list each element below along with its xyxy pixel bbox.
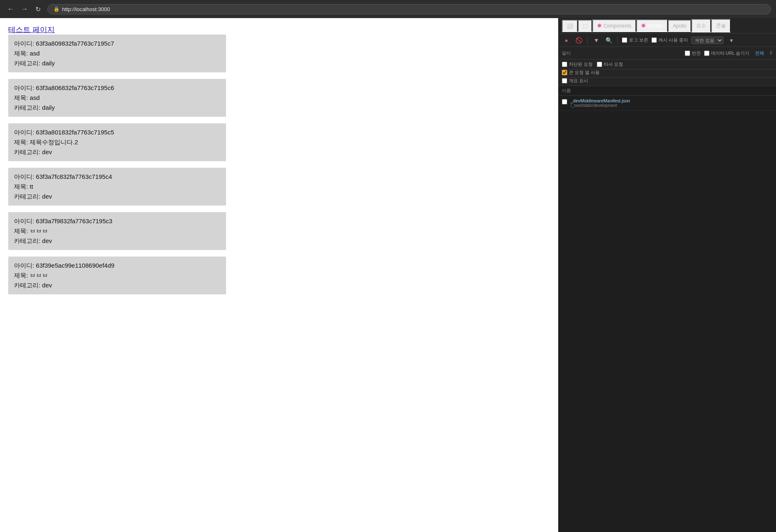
log-preserve-checkbox[interactable]	[622, 37, 627, 43]
devtools-panel: ⬜ ⬚ ❋ Components ❋ Profiler Apollo 요소 콘솔	[558, 18, 776, 532]
filter-label-text: 필터	[562, 50, 571, 56]
post-category: 카테고리: dev	[14, 147, 220, 157]
toolbar-divider-2	[617, 37, 618, 44]
invert-checkbox[interactable]	[685, 51, 690, 56]
large-rows-checkbox[interactable]	[562, 70, 567, 75]
tab-profiler[interactable]: ❋ Profiler	[636, 19, 668, 32]
toolbar-divider-1	[587, 37, 588, 44]
post-category: 카테고리: dev	[14, 192, 220, 201]
devtools-filter-row: 필터 반전 데이터 URL 숨기기 전체 F	[559, 47, 776, 60]
large-rows-text: 큰 요청 열 사용	[569, 69, 600, 76]
post-title: 제목: tt	[14, 182, 220, 192]
reload-button[interactable]: ↻	[33, 5, 43, 14]
tab-components[interactable]: ❋ Components	[592, 19, 636, 32]
overview-label[interactable]: 개요 표시	[562, 78, 588, 84]
third-party-label[interactable]: 타사 요청	[597, 61, 623, 67]
record-button[interactable]: ●	[562, 36, 571, 45]
network-item-filename: _devMiddlewareManifest.json	[570, 98, 773, 103]
overview-checkbox[interactable]	[562, 78, 567, 83]
devtools-tab-bar: ⬜ ⬚ ❋ Components ❋ Profiler Apollo 요소 콘솔	[559, 18, 776, 34]
post-id: 아이디: 63f3a7fc832fa7763c7195c4	[14, 172, 220, 182]
post-category: 카테고리: dev	[14, 236, 220, 246]
post-title: 제목: asd	[14, 49, 220, 58]
hide-data-url-checkbox[interactable]	[704, 51, 709, 56]
throttle-select[interactable]: 제한 없음	[691, 37, 723, 44]
post-card: 아이디: 63f3a7fc832fa7763c7195c4 제목: tt 카테고…	[8, 168, 226, 206]
post-id: 아이디: 63f3a806832fa7763c7195c6	[14, 83, 220, 93]
post-id: 아이디: 63f3a7f9832fa7763c7195c3	[14, 216, 220, 226]
name-header-text: 이름	[562, 88, 571, 94]
tab-components-label: Components	[603, 23, 631, 29]
devtools-options-row-3: 개요 표시	[559, 78, 776, 86]
components-icon: ❋	[597, 23, 602, 29]
network-item[interactable]: _devMiddlewareManifest.json /_next/stati…	[559, 96, 776, 111]
cache-disable-label[interactable]: 캐시 사용 중지	[651, 37, 688, 43]
third-party-text: 타사 요청	[604, 61, 623, 67]
post-title: 제목: ㅂㅂㅂ	[14, 271, 220, 280]
third-party-checkbox[interactable]	[597, 62, 602, 67]
post-card: 아이디: 63f3a801832fa7763c7195c5 제목: 제목수정입니…	[8, 123, 226, 161]
stop-button[interactable]: 🚫	[574, 36, 583, 45]
devtools-options-row-2: 큰 요청 열 사용	[559, 69, 776, 78]
tab-cursor[interactable]: ⬜	[562, 20, 578, 32]
page-title-link[interactable]: 테스트 페이지	[8, 25, 55, 34]
main-layout: 테스트 페이지 아이디: 63f3a809832fa7763c7195c7 제목…	[0, 18, 776, 532]
post-category: 카테고리: dev	[14, 280, 220, 290]
more-options-button[interactable]: ▾	[727, 36, 736, 45]
post-id: 아이디: 63f3a809832fa7763c7195c7	[14, 39, 220, 49]
posts-container: 아이디: 63f3a809832fa7763c7195c7 제목: asd 카테…	[8, 35, 550, 294]
forward-button[interactable]: →	[19, 5, 30, 14]
tab-profiler-label: Profiler	[647, 23, 663, 29]
post-id: 아이디: 63f3a801832fa7763c7195c5	[14, 127, 220, 137]
page-content: 테스트 페이지 아이디: 63f3a809832fa7763c7195c7 제목…	[0, 18, 558, 532]
post-card: 아이디: 63f3a806832fa7763c7195c6 제목: asd 카테…	[8, 79, 226, 117]
network-item-name: _devMiddlewareManifest.json /_next/stati…	[570, 98, 773, 108]
post-card: 아이디: 63f3a809832fa7763c7195c7 제목: asd 카테…	[8, 35, 226, 72]
address-bar[interactable]: 🔒 http://localhost:3000	[47, 4, 771, 14]
filter-all-button[interactable]: 전체	[753, 49, 767, 58]
back-button[interactable]: ←	[5, 5, 16, 14]
filter-fetch-text: F	[770, 51, 773, 56]
devtools-options-row: 차단된 요청 타사 요청	[559, 60, 776, 69]
post-title: 제목: 제목수정입니다.2	[14, 137, 220, 147]
network-item-filepath: /_next/static/development	[570, 103, 773, 108]
blocked-requests-checkbox[interactable]	[562, 62, 567, 67]
search-button[interactable]: 🔍	[604, 36, 613, 45]
filter-button[interactable]: ▼	[592, 36, 601, 45]
invert-text: 반전	[692, 50, 701, 56]
post-id: 아이디: 63f39e5ac99e1108690ef4d9	[14, 261, 220, 271]
blocked-requests-text: 차단된 요청	[569, 61, 593, 67]
tab-elements[interactable]: 요소	[691, 19, 711, 32]
nav-buttons: ← → ↻	[5, 5, 43, 14]
profiler-icon: ❋	[641, 23, 646, 29]
browser-chrome: ← → ↻ 🔒 http://localhost:3000	[0, 0, 776, 18]
log-preserve-text: 로그 보존	[629, 37, 648, 43]
network-list: _devMiddlewareManifest.json /_next/stati…	[559, 96, 776, 532]
hide-data-url-label[interactable]: 데이터 URL 숨기기	[704, 50, 750, 56]
log-preserve-label[interactable]: 로그 보존	[622, 37, 648, 43]
cursor-icon: ⬜	[567, 23, 573, 29]
tab-apollo[interactable]: Apollo	[668, 20, 691, 32]
lock-icon: 🔒	[53, 6, 60, 12]
tab-console-label: 콘솔	[716, 22, 726, 29]
blocked-requests-label[interactable]: 차단된 요청	[562, 61, 593, 67]
tab-apollo-label: Apollo	[673, 23, 686, 29]
overview-text: 개요 표시	[569, 78, 588, 84]
network-item-checkbox[interactable]	[562, 99, 567, 104]
post-title: 제목: ㅂㅂㅂ	[14, 226, 220, 236]
tab-elements-label: 요소	[696, 22, 706, 29]
invert-label[interactable]: 반전	[685, 50, 701, 56]
large-rows-label[interactable]: 큰 요청 열 사용	[562, 69, 600, 76]
post-card: 아이디: 63f39e5ac99e1108690ef4d9 제목: ㅂㅂㅂ 카테…	[8, 257, 226, 294]
cache-disable-text: 캐시 사용 중지	[658, 37, 688, 43]
post-card: 아이디: 63f3a7f9832fa7763c7195c3 제목: ㅂㅂㅂ 카테…	[8, 212, 226, 250]
layout-icon: ⬚	[583, 23, 587, 29]
post-category: 카테고리: daily	[14, 103, 220, 113]
cache-disable-checkbox[interactable]	[651, 37, 657, 43]
url-text: http://localhost:3000	[62, 6, 110, 12]
hide-data-url-text: 데이터 URL 숨기기	[711, 50, 750, 56]
tab-layout[interactable]: ⬚	[578, 20, 592, 32]
post-category: 카테고리: daily	[14, 58, 220, 68]
tab-console[interactable]: 콘솔	[711, 19, 731, 32]
post-title: 제목: asd	[14, 93, 220, 103]
